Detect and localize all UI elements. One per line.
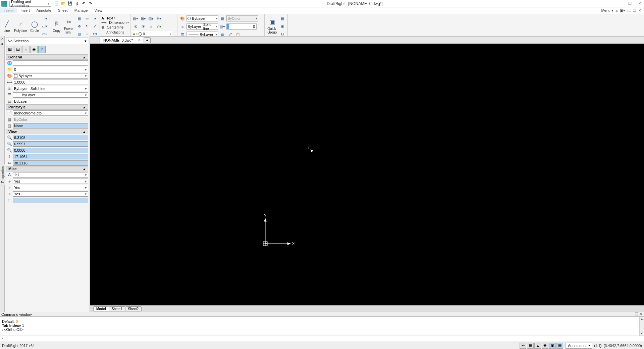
transparency-input[interactable] bbox=[226, 23, 257, 30]
tab-home[interactable]: Home bbox=[0, 8, 17, 13]
anno-scale-field[interactable]: 1:1▾ bbox=[13, 172, 88, 178]
mdi-restore-icon[interactable]: ❐ bbox=[633, 8, 636, 13]
layer-freeze-icon[interactable]: ❄▾ bbox=[155, 15, 162, 22]
color-picker-icon[interactable]: 🎨 bbox=[179, 15, 186, 22]
status-snap-button[interactable]: ⊹ bbox=[520, 343, 526, 349]
close-tab-icon[interactable]: ✕ bbox=[138, 38, 141, 42]
print-icon[interactable]: 🖨 bbox=[74, 1, 79, 6]
ctb-field[interactable]: monochrome.ctb▾ bbox=[13, 110, 88, 116]
sheet-tab-sheet1[interactable]: Sheet1 bbox=[109, 306, 125, 311]
linestyle-field[interactable]: ByLayer Solid line▾ bbox=[13, 86, 88, 91]
misc-y2-field[interactable]: Yes▾ bbox=[13, 185, 88, 190]
properties-palette-label[interactable]: Properties bbox=[0, 164, 5, 185]
fillet-icon[interactable]: ◞▾ bbox=[91, 15, 98, 22]
palette-close-icon[interactable]: ✕ bbox=[1, 37, 4, 41]
cmd-scrollbar[interactable]: ▲▼ bbox=[639, 317, 644, 336]
layer-iso-icon[interactable]: ▥▾ bbox=[147, 15, 155, 22]
color-swatch-icon[interactable]: ▦ bbox=[219, 15, 226, 22]
status-etrack-button[interactable]: ▤ bbox=[556, 343, 563, 349]
scale-icon[interactable]: ⤢ bbox=[91, 22, 98, 30]
plot-field[interactable]: ByLayer bbox=[13, 99, 88, 104]
save-icon[interactable]: 💾 bbox=[67, 1, 73, 6]
open-icon[interactable]: 📂 bbox=[61, 1, 66, 6]
linestyle-icon[interactable]: ≡ bbox=[179, 23, 186, 30]
props-tool-3[interactable]: ⟐ bbox=[22, 46, 30, 53]
rectangle-icon[interactable]: ▭▾ bbox=[41, 22, 48, 30]
props-tool-2[interactable]: ▤ bbox=[14, 46, 21, 53]
color-dropdown[interactable]: ByLayer▾ bbox=[186, 15, 218, 21]
command-input[interactable] bbox=[4, 337, 642, 341]
color-field[interactable]: ByLayer▾ bbox=[13, 73, 88, 79]
minimize-button[interactable]: — bbox=[616, 1, 623, 6]
close-button[interactable]: ✕ bbox=[637, 1, 643, 6]
new-tab-button[interactable]: + bbox=[144, 37, 151, 43]
polyline-button[interactable]: ⟋PolyLine bbox=[13, 19, 28, 33]
text-button[interactable]: A Text▾ bbox=[101, 16, 115, 20]
powertrim-button[interactable]: ✂Power Trim bbox=[63, 17, 75, 35]
new-icon[interactable]: 📄 bbox=[54, 1, 59, 6]
tab-sheet[interactable]: Sheet bbox=[55, 8, 71, 13]
circle-button[interactable]: ◯Circle bbox=[29, 19, 40, 33]
sheet-tab-sheet2[interactable]: Sheet2 bbox=[125, 306, 142, 311]
drawing-canvas[interactable]: ➤ Y X bbox=[90, 44, 644, 305]
quickgroup-button[interactable]: ▣Quick Group bbox=[266, 17, 278, 35]
rotate-icon[interactable]: ↻ bbox=[83, 22, 91, 30]
palette-pin-icon[interactable]: ◆ bbox=[1, 42, 4, 46]
centerline-button[interactable]: ⊕ Centerline bbox=[101, 25, 123, 30]
status-esnap-button[interactable]: ▣ bbox=[549, 343, 556, 349]
layer-prev-icon[interactable]: ⟲ bbox=[132, 23, 139, 30]
lineweight-field[interactable]: ByLayer▾ bbox=[13, 92, 88, 98]
undo-icon[interactable]: ↶ bbox=[81, 1, 86, 6]
status-ortho-button[interactable]: ⊾ bbox=[534, 343, 541, 349]
tab-insert[interactable]: Insert bbox=[17, 8, 33, 13]
linescale-field[interactable]: 1.0000 bbox=[13, 80, 88, 85]
section-header-general[interactable]: General▲ bbox=[6, 54, 88, 60]
tab-manage[interactable]: Manage bbox=[71, 8, 91, 13]
tab-annotate[interactable]: Annotate bbox=[33, 8, 55, 13]
arc-icon[interactable]: ⌒▾ bbox=[41, 15, 48, 22]
mdi-close-icon[interactable]: ✕ bbox=[638, 8, 641, 13]
cmd-restore-icon[interactable]: ❐ bbox=[635, 312, 638, 316]
cmd-close-icon[interactable]: ✕ bbox=[640, 312, 643, 316]
section-header-printstyle[interactable]: PrintStyle▲ bbox=[6, 104, 88, 110]
hyperlink-field[interactable] bbox=[13, 60, 88, 66]
move-icon[interactable]: ✥ bbox=[75, 22, 83, 30]
line-button[interactable]: ╱Line bbox=[1, 19, 12, 33]
status-polar-button[interactable]: ◉ bbox=[542, 343, 548, 349]
mdi-minimize-icon[interactable]: — bbox=[627, 9, 631, 13]
sheet-tab-model[interactable]: Model bbox=[93, 306, 109, 311]
layer-walk-icon[interactable]: 👁 bbox=[140, 23, 147, 30]
dimension-button[interactable]: ⟷ Dimension▾ bbox=[101, 20, 129, 25]
selection-dropdown[interactable]: No Selection ▾ bbox=[6, 38, 88, 44]
prop-list-icon[interactable]: ▤▾ bbox=[219, 23, 226, 30]
pattern-icon[interactable]: ▦ bbox=[75, 15, 83, 22]
misc-y1-field[interactable]: Yes▾ bbox=[13, 179, 88, 184]
workspace-dropdown[interactable]: Drafting and Annotation ▾ bbox=[9, 1, 51, 7]
props-tool-4[interactable]: ◉ bbox=[30, 46, 38, 53]
layer-check-icon[interactable]: ✔▾ bbox=[155, 23, 162, 30]
section-header-view[interactable]: View▲ bbox=[6, 129, 88, 134]
group-edit-icon[interactable]: ▦ bbox=[279, 15, 286, 22]
layer-states-icon[interactable]: ▦▾ bbox=[140, 15, 147, 22]
menu-button[interactable]: Menu ▾ bbox=[601, 8, 613, 13]
maximize-button[interactable]: ❐ bbox=[627, 1, 633, 6]
doc-tab-active[interactable]: NONAME_0.dwg* ✕ bbox=[100, 37, 143, 43]
group-select-icon[interactable]: ▣ bbox=[279, 22, 286, 30]
annotation-scale-dropdown[interactable]: Annotation ▾ bbox=[566, 343, 592, 349]
bycolor-dropdown[interactable]: ByColor▾ bbox=[226, 15, 258, 21]
mirror-icon[interactable]: ⇔ bbox=[83, 15, 91, 22]
misc-y3-field[interactable]: Yes▾ bbox=[13, 191, 88, 197]
help-icon[interactable]: ⎈ bbox=[615, 9, 618, 13]
layer-match-icon[interactable]: ⟐ bbox=[147, 23, 155, 30]
redo-icon[interactable]: ↷ bbox=[88, 1, 93, 6]
copy-button[interactable]: ⎘Copy bbox=[51, 19, 62, 33]
section-header-misc[interactable]: Misc▲ bbox=[6, 166, 88, 171]
tab-view[interactable]: View bbox=[91, 8, 106, 13]
settings-icon[interactable]: ▣▾ bbox=[620, 8, 625, 13]
layer-manager-icon[interactable]: ▤▾ bbox=[132, 15, 139, 22]
status-grid-button[interactable]: ▦ bbox=[527, 343, 534, 349]
props-tool-5[interactable]: ? bbox=[38, 46, 46, 53]
props-tool-1[interactable]: ▦ bbox=[6, 46, 13, 53]
linestyle-dropdown[interactable]: ByLayer Solid line▾ bbox=[186, 23, 218, 30]
layer-field[interactable]: 0▾ bbox=[13, 67, 88, 72]
